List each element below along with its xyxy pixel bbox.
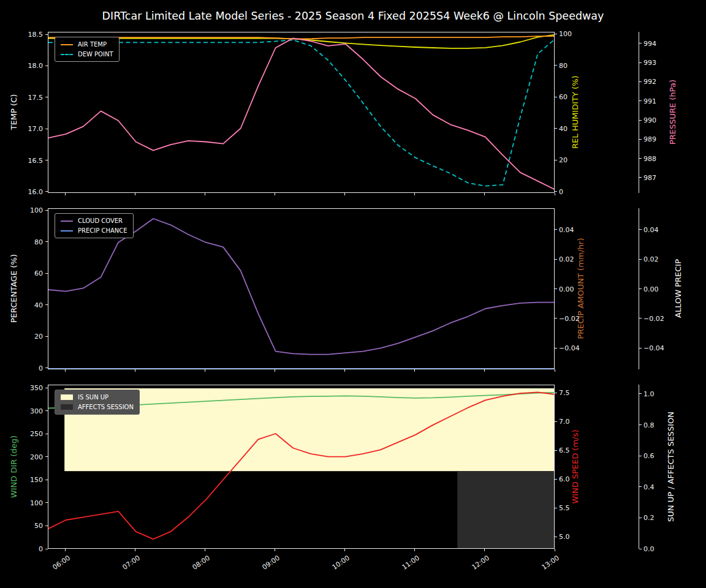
dew-point-line	[48, 39, 555, 186]
x-tick-mark	[344, 549, 345, 551]
y-tick-label: 16.5	[12, 157, 43, 164]
legend-swatch-precip-chance	[61, 230, 73, 232]
y-tick-label: 200	[12, 454, 43, 461]
x-tick-label: 12:00	[454, 554, 490, 582]
y-tick-mark	[45, 129, 48, 129]
y-tick-mark	[639, 486, 642, 487]
y-tick-label: 0	[12, 365, 43, 372]
y-tick-mark	[555, 288, 557, 289]
legend-label: DEW POINT	[78, 51, 113, 58]
figure-title: DIRTcar Limited Late Model Series - 2025…	[0, 10, 706, 22]
x-tick-label: 10:00	[314, 554, 351, 582]
x-tick-mark	[414, 369, 415, 372]
detached-right-spine	[639, 32, 639, 193]
y-tick-label: 993	[643, 59, 656, 66]
legend-label: CLOUD COVER	[78, 217, 123, 224]
x-tick-label: 11:00	[384, 554, 420, 582]
y-tick-label: 0	[559, 189, 563, 195]
legend-label: AFFECTS SESSION	[78, 404, 134, 410]
y-tick-label: 40	[12, 302, 43, 309]
y-tick-mark	[45, 526, 48, 526]
x-tick-mark	[275, 549, 275, 551]
x-tick-label: 13:00	[525, 554, 561, 582]
x-tick-mark	[344, 369, 345, 372]
y-tick-label: 17.5	[12, 94, 43, 101]
y-tick-label: 300	[12, 408, 43, 415]
percentage-axis-label: PERCENTAGE (%)	[9, 254, 18, 323]
y-tick-mark	[639, 81, 642, 82]
legend-label: IS SUN UP	[78, 394, 108, 401]
legend-swatch-is-sun-up	[61, 394, 73, 400]
y-tick-mark	[555, 229, 557, 230]
y-tick-mark	[45, 410, 48, 411]
y-tick-label: 350	[12, 385, 43, 391]
y-tick-mark	[555, 508, 557, 508]
legend-item: CLOUD COVER	[61, 217, 127, 224]
x-tick-mark	[275, 193, 275, 195]
y-tick-mark	[555, 479, 557, 480]
y-tick-mark	[45, 304, 48, 305]
y-tick-label: 100	[559, 31, 572, 37]
temp-humidity-pressure-canvas	[48, 32, 555, 193]
plot-cloud-precip: CLOUD COVERPRECIP CHANCE	[48, 208, 555, 369]
x-tick-mark	[65, 193, 66, 195]
legend-swatch-cloud-cover	[61, 221, 73, 222]
x-tick-mark	[555, 193, 555, 195]
y-tick-label: 100	[12, 207, 43, 214]
y-tick-label: 0.00	[643, 286, 659, 293]
detached-right-spine	[639, 385, 639, 549]
y-tick-mark	[45, 368, 48, 368]
legend-swatch-affects-session	[61, 404, 73, 410]
y-tick-label: 994	[643, 40, 656, 47]
y-tick-label: 0.04	[559, 227, 574, 233]
y-tick-mark	[555, 393, 557, 393]
y-tick-mark	[555, 160, 557, 160]
y-tick-label: 987	[643, 175, 656, 181]
y-tick-mark	[45, 502, 48, 503]
y-tick-mark	[639, 318, 642, 318]
y-tick-label: 0.4	[643, 484, 655, 491]
y-tick-label: 20	[12, 333, 43, 340]
legend-item: PRECIP CHANCE	[61, 227, 127, 234]
y-tick-label: 5.0	[559, 533, 570, 540]
y-tick-mark	[45, 97, 48, 97]
y-tick-mark	[639, 139, 642, 140]
y-tick-label: 989	[643, 136, 656, 143]
y-tick-mark	[639, 456, 642, 456]
y-tick-label: 60	[559, 94, 567, 100]
y-tick-mark	[555, 128, 557, 129]
y-tick-label: 80	[559, 62, 567, 69]
x-tick-label: 09:00	[245, 554, 281, 582]
x-tick-mark	[555, 369, 555, 372]
x-tick-mark	[275, 369, 275, 372]
y-tick-mark	[639, 158, 642, 159]
wind-sun-legend: IS SUN UPAFFECTS SESSION	[55, 390, 140, 415]
y-tick-mark	[45, 160, 48, 160]
x-tick-mark	[484, 193, 485, 195]
humidity-axis-label: REL HUMIDITY (%)	[571, 75, 580, 148]
y-tick-mark	[45, 549, 48, 549]
x-tick-mark	[414, 193, 415, 195]
y-tick-label: 6.0	[559, 476, 570, 483]
y-tick-label: 992	[643, 78, 656, 85]
y-tick-mark	[45, 480, 48, 480]
y-tick-label: 17.0	[12, 126, 43, 132]
y-tick-label: 7.0	[559, 418, 570, 425]
allow-precip-axis-label: ALLOW PRECIP	[674, 259, 683, 318]
y-tick-mark	[639, 43, 642, 43]
y-tick-label: 0.0	[643, 546, 655, 552]
y-tick-label: 18.5	[12, 31, 43, 38]
y-tick-mark	[45, 34, 48, 35]
pressure-line	[48, 38, 555, 189]
y-tick-mark	[45, 273, 48, 274]
y-tick-label: 0.00	[559, 286, 574, 293]
y-tick-label: −0.02	[559, 315, 580, 322]
y-tick-label: 250	[12, 431, 43, 437]
y-tick-label: 988	[643, 156, 656, 162]
x-tick-mark	[555, 549, 555, 551]
plot-temp-humidity-pressure: AIR TEMPDEW POINT	[48, 32, 555, 193]
cloud-precip-legend: CLOUD COVERPRECIP CHANCE	[55, 213, 134, 238]
y-tick-label: 40	[559, 126, 567, 132]
y-tick-mark	[555, 191, 557, 192]
x-tick-label: 08:00	[175, 554, 211, 582]
